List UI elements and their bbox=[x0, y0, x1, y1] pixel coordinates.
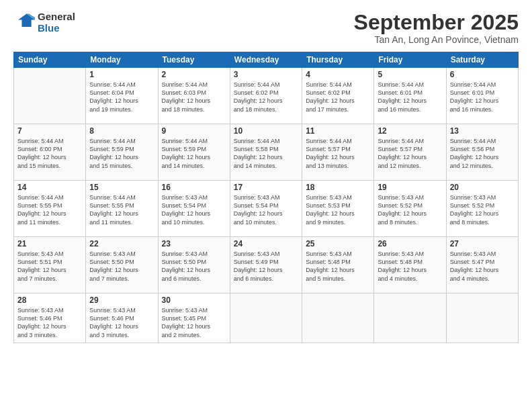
header: General Blue September 2025 Tan An, Long… bbox=[13, 11, 519, 45]
calendar-cell: 26Sunrise: 5:43 AM Sunset: 5:48 PM Dayli… bbox=[374, 237, 446, 293]
calendar-table: Sunday Monday Tuesday Wednesday Thursday… bbox=[13, 52, 519, 343]
calendar-cell: 16Sunrise: 5:43 AM Sunset: 5:54 PM Dayli… bbox=[158, 181, 230, 237]
calendar-cell: 10Sunrise: 5:44 AM Sunset: 5:58 PM Dayli… bbox=[230, 124, 302, 181]
day-number: 11 bbox=[306, 126, 370, 136]
col-sunday: Sunday bbox=[14, 52, 86, 68]
day-number: 29 bbox=[89, 295, 154, 305]
calendar-cell: 14Sunrise: 5:44 AM Sunset: 5:55 PM Dayli… bbox=[14, 181, 86, 237]
calendar-cell: 27Sunrise: 5:43 AM Sunset: 5:47 PM Dayli… bbox=[446, 237, 518, 293]
day-number: 7 bbox=[17, 126, 82, 136]
day-number: 26 bbox=[378, 239, 442, 248]
day-number: 21 bbox=[17, 239, 82, 248]
calendar-cell: 24Sunrise: 5:43 AM Sunset: 5:49 PM Dayli… bbox=[230, 237, 302, 293]
col-tuesday: Tuesday bbox=[158, 52, 230, 68]
day-number: 14 bbox=[17, 183, 82, 192]
location-subtitle: Tan An, Long An Povince, Vietnam bbox=[354, 34, 519, 45]
day-info: Sunrise: 5:44 AM Sunset: 5:57 PM Dayligh… bbox=[378, 137, 442, 170]
day-info: Sunrise: 5:44 AM Sunset: 6:04 PM Dayligh… bbox=[89, 81, 154, 113]
day-info: Sunrise: 5:43 AM Sunset: 5:54 PM Dayligh… bbox=[234, 193, 298, 226]
day-number: 5 bbox=[378, 70, 442, 79]
calendar-cell: 12Sunrise: 5:44 AM Sunset: 5:57 PM Dayli… bbox=[374, 124, 446, 181]
col-wednesday: Wednesday bbox=[230, 52, 302, 68]
col-thursday: Thursday bbox=[302, 52, 374, 68]
calendar-cell bbox=[302, 293, 374, 343]
day-info: Sunrise: 5:44 AM Sunset: 6:01 PM Dayligh… bbox=[378, 81, 442, 113]
calendar-cell bbox=[374, 293, 446, 343]
calendar-cell: 11Sunrise: 5:44 AM Sunset: 5:57 PM Dayli… bbox=[302, 124, 374, 181]
day-info: Sunrise: 5:44 AM Sunset: 6:03 PM Dayligh… bbox=[162, 81, 226, 113]
day-number: 12 bbox=[378, 126, 442, 136]
col-saturday: Saturday bbox=[446, 52, 518, 68]
day-info: Sunrise: 5:43 AM Sunset: 5:52 PM Dayligh… bbox=[378, 193, 442, 226]
day-number: 30 bbox=[162, 295, 226, 305]
calendar-cell: 13Sunrise: 5:44 AM Sunset: 5:56 PM Dayli… bbox=[446, 124, 518, 181]
week-row-2: 7Sunrise: 5:44 AM Sunset: 6:00 PM Daylig… bbox=[14, 124, 519, 181]
calendar-cell bbox=[230, 293, 302, 343]
day-info: Sunrise: 5:43 AM Sunset: 5:48 PM Dayligh… bbox=[306, 250, 370, 283]
calendar-cell: 28Sunrise: 5:43 AM Sunset: 5:46 PM Dayli… bbox=[14, 293, 86, 343]
day-number: 6 bbox=[450, 70, 515, 79]
day-number: 25 bbox=[306, 239, 370, 248]
calendar-header-row: Sunday Monday Tuesday Wednesday Thursday… bbox=[14, 52, 519, 68]
day-info: Sunrise: 5:43 AM Sunset: 5:50 PM Dayligh… bbox=[162, 250, 226, 283]
logo-text: General Blue bbox=[38, 11, 75, 34]
day-number: 22 bbox=[89, 239, 154, 248]
day-number: 23 bbox=[162, 239, 226, 248]
month-title: September 2025 bbox=[354, 11, 519, 34]
calendar-cell: 22Sunrise: 5:43 AM Sunset: 5:50 PM Dayli… bbox=[86, 237, 158, 293]
title-block: September 2025 Tan An, Long An Povince, … bbox=[354, 11, 519, 45]
day-number: 24 bbox=[234, 239, 298, 248]
day-number: 27 bbox=[450, 239, 515, 248]
day-number: 15 bbox=[89, 183, 154, 192]
page: General Blue September 2025 Tan An, Long… bbox=[0, 0, 532, 411]
calendar-cell: 5Sunrise: 5:44 AM Sunset: 6:01 PM Daylig… bbox=[374, 68, 446, 124]
day-number: 10 bbox=[234, 126, 298, 136]
day-number: 3 bbox=[234, 70, 298, 79]
calendar-cell: 17Sunrise: 5:43 AM Sunset: 5:54 PM Dayli… bbox=[230, 181, 302, 237]
calendar-cell: 21Sunrise: 5:43 AM Sunset: 5:51 PM Dayli… bbox=[14, 237, 86, 293]
day-info: Sunrise: 5:44 AM Sunset: 5:56 PM Dayligh… bbox=[450, 137, 515, 170]
day-info: Sunrise: 5:43 AM Sunset: 5:46 PM Dayligh… bbox=[89, 306, 154, 339]
week-row-4: 21Sunrise: 5:43 AM Sunset: 5:51 PM Dayli… bbox=[14, 237, 519, 293]
day-number: 18 bbox=[306, 183, 370, 192]
day-info: Sunrise: 5:43 AM Sunset: 5:53 PM Dayligh… bbox=[306, 193, 370, 226]
day-info: Sunrise: 5:44 AM Sunset: 5:55 PM Dayligh… bbox=[89, 193, 154, 226]
day-number: 4 bbox=[306, 70, 370, 79]
day-info: Sunrise: 5:43 AM Sunset: 5:50 PM Dayligh… bbox=[89, 250, 154, 283]
day-info: Sunrise: 5:44 AM Sunset: 5:58 PM Dayligh… bbox=[234, 137, 298, 170]
day-number: 28 bbox=[17, 295, 82, 305]
col-friday: Friday bbox=[374, 52, 446, 68]
day-info: Sunrise: 5:43 AM Sunset: 5:48 PM Dayligh… bbox=[378, 250, 442, 283]
day-info: Sunrise: 5:43 AM Sunset: 5:52 PM Dayligh… bbox=[450, 193, 515, 226]
logo: General Blue bbox=[13, 11, 75, 34]
day-info: Sunrise: 5:43 AM Sunset: 5:46 PM Dayligh… bbox=[17, 306, 82, 339]
calendar-cell bbox=[14, 68, 86, 124]
day-info: Sunrise: 5:43 AM Sunset: 5:51 PM Dayligh… bbox=[17, 250, 82, 283]
day-info: Sunrise: 5:44 AM Sunset: 6:00 PM Dayligh… bbox=[17, 137, 82, 170]
col-monday: Monday bbox=[86, 52, 158, 68]
calendar-cell: 9Sunrise: 5:44 AM Sunset: 5:59 PM Daylig… bbox=[158, 124, 230, 181]
calendar-cell: 7Sunrise: 5:44 AM Sunset: 6:00 PM Daylig… bbox=[14, 124, 86, 181]
day-number: 9 bbox=[162, 126, 226, 136]
calendar-cell: 4Sunrise: 5:44 AM Sunset: 6:02 PM Daylig… bbox=[302, 68, 374, 124]
day-info: Sunrise: 5:44 AM Sunset: 5:57 PM Dayligh… bbox=[306, 137, 370, 170]
week-row-5: 28Sunrise: 5:43 AM Sunset: 5:46 PM Dayli… bbox=[14, 293, 519, 343]
calendar-cell: 20Sunrise: 5:43 AM Sunset: 5:52 PM Dayli… bbox=[446, 181, 518, 237]
day-number: 20 bbox=[450, 183, 515, 192]
day-info: Sunrise: 5:43 AM Sunset: 5:47 PM Dayligh… bbox=[450, 250, 515, 283]
day-info: Sunrise: 5:44 AM Sunset: 5:59 PM Dayligh… bbox=[162, 137, 226, 170]
calendar-cell: 30Sunrise: 5:43 AM Sunset: 5:45 PM Dayli… bbox=[158, 293, 230, 343]
calendar-cell: 8Sunrise: 5:44 AM Sunset: 5:59 PM Daylig… bbox=[86, 124, 158, 181]
calendar-cell: 1Sunrise: 5:44 AM Sunset: 6:04 PM Daylig… bbox=[86, 68, 158, 124]
day-number: 8 bbox=[89, 126, 154, 136]
day-info: Sunrise: 5:43 AM Sunset: 5:49 PM Dayligh… bbox=[234, 250, 298, 283]
day-info: Sunrise: 5:44 AM Sunset: 5:55 PM Dayligh… bbox=[17, 193, 82, 226]
week-row-3: 14Sunrise: 5:44 AM Sunset: 5:55 PM Dayli… bbox=[14, 181, 519, 237]
calendar-cell: 25Sunrise: 5:43 AM Sunset: 5:48 PM Dayli… bbox=[302, 237, 374, 293]
calendar-cell: 23Sunrise: 5:43 AM Sunset: 5:50 PM Dayli… bbox=[158, 237, 230, 293]
day-number: 16 bbox=[162, 183, 226, 192]
day-info: Sunrise: 5:44 AM Sunset: 6:02 PM Dayligh… bbox=[234, 81, 298, 113]
calendar-cell: 29Sunrise: 5:43 AM Sunset: 5:46 PM Dayli… bbox=[86, 293, 158, 343]
day-info: Sunrise: 5:44 AM Sunset: 5:59 PM Dayligh… bbox=[89, 137, 154, 170]
day-number: 17 bbox=[234, 183, 298, 192]
